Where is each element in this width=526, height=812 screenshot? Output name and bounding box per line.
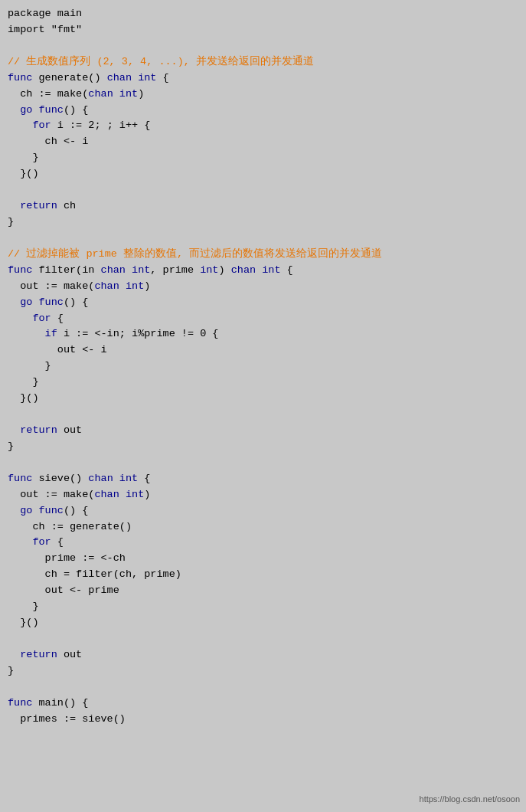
code-line: go func() { (8, 503, 518, 519)
code-block: package mainimport "fmt"// 生成数值序列 (2, 3,… (8, 6, 518, 727)
code-text (113, 473, 119, 484)
code-line: for { (8, 535, 518, 551)
code-line: } (8, 375, 518, 391)
keyword: int (132, 264, 150, 276)
keyword: return (20, 200, 57, 211)
keyword: chan (94, 280, 119, 292)
keyword: if (45, 328, 57, 339)
keyword: func (39, 296, 64, 308)
code-line: primes := sieve() (8, 712, 518, 728)
keyword: int (126, 280, 144, 292)
code-text (32, 505, 38, 516)
code-text: ch := make( (8, 88, 88, 100)
code-text (126, 264, 132, 276)
keyword: func (8, 264, 32, 276)
keyword: int (126, 489, 144, 500)
code-text: { (138, 473, 150, 484)
keyword: int (138, 72, 156, 83)
code-line: } (8, 663, 518, 679)
code-line: } (8, 214, 518, 231)
code-text: out (57, 649, 82, 660)
code-text (113, 88, 119, 100)
code-text: () { (64, 505, 88, 516)
code-text: , prime (150, 264, 200, 276)
code-line: func filter(in chan int, prime int) chan… (8, 263, 518, 279)
code-line: }() (8, 615, 518, 631)
code-line: func sieve() chan int { (8, 471, 518, 487)
keyword: int (119, 473, 138, 484)
code-line: if i := <-in; i%prime != 0 { (8, 326, 518, 342)
keyword: chan (231, 264, 256, 276)
code-line: // 过滤掉能被 prime 整除的数值, 而过滤后的数值将发送给返回的并发通道 (8, 247, 518, 263)
keyword: func (8, 473, 32, 484)
code-text (8, 536, 32, 548)
code-line: out <- prime (8, 583, 518, 599)
code-line: out := make(chan int) (8, 487, 518, 503)
code-line: package main (8, 6, 518, 22)
code-text (132, 72, 138, 83)
code-text: generate() (32, 72, 106, 83)
keyword: for (32, 536, 51, 548)
keyword: int (262, 264, 280, 276)
keyword: go (20, 505, 32, 516)
code-line: } (8, 150, 518, 166)
code-text (119, 280, 126, 292)
code-line: func generate() chan int { (8, 70, 518, 87)
empty-line (8, 679, 518, 696)
code-text: ch (57, 200, 76, 211)
keyword: func (39, 104, 64, 116)
keyword: func (39, 505, 64, 516)
code-text: ) (144, 280, 150, 292)
code-text: i := <-in; i%prime != 0 { (57, 328, 219, 339)
code-line: ch := generate() (8, 519, 518, 535)
code-line: for { (8, 311, 518, 327)
code-line: // 生成数值序列 (2, 3, 4, ...), 并发送给返回的并发通道 (8, 54, 518, 70)
code-text: () { (64, 104, 88, 116)
code-text: ) (144, 489, 150, 500)
keyword: chan (94, 489, 119, 500)
empty-line (8, 38, 518, 54)
code-text: { (156, 72, 168, 83)
keyword: chan (88, 473, 113, 484)
code-text: () { (64, 296, 88, 308)
code-line: for i := 2; ; i++ { (8, 118, 518, 134)
code-text: i := 2; ; i++ { (51, 120, 151, 131)
code-text: { (51, 313, 64, 324)
code-text (8, 296, 20, 308)
code-text (8, 200, 20, 211)
code-text: out := make( (8, 489, 94, 500)
keyword: go (20, 296, 32, 308)
code-line: }() (8, 166, 518, 182)
code-line: ch <- i (8, 134, 518, 150)
code-text (32, 296, 38, 308)
code-line: } (8, 599, 518, 615)
empty-line (8, 182, 518, 198)
keyword: return (20, 424, 57, 436)
code-text (8, 120, 32, 131)
code-line: func main() { (8, 696, 518, 712)
code-text: ) (138, 88, 144, 100)
code-text (8, 104, 20, 116)
code-text: filter(in (32, 264, 100, 276)
code-text (256, 264, 262, 276)
code-text (8, 649, 20, 660)
code-line: return out (8, 423, 518, 439)
code-line: ch = filter(ch, prime) (8, 567, 518, 583)
code-container: package mainimport "fmt"// 生成数值序列 (2, 3,… (0, 0, 526, 812)
empty-line (8, 231, 518, 247)
code-line: go func() { (8, 295, 518, 311)
empty-line (8, 407, 518, 423)
code-text (119, 489, 126, 500)
code-line: return out (8, 647, 518, 663)
keyword: func (8, 72, 32, 83)
code-text: { (51, 536, 64, 548)
code-text: sieve() (32, 473, 88, 484)
keyword: func (8, 697, 32, 709)
code-line: ch := make(chan int) (8, 87, 518, 103)
code-line: out := make(chan int) (8, 279, 518, 295)
code-text (32, 104, 38, 116)
code-text: { (281, 264, 293, 276)
code-text (8, 505, 20, 516)
code-line: import "fmt" (8, 22, 518, 38)
keyword: int (200, 264, 218, 276)
